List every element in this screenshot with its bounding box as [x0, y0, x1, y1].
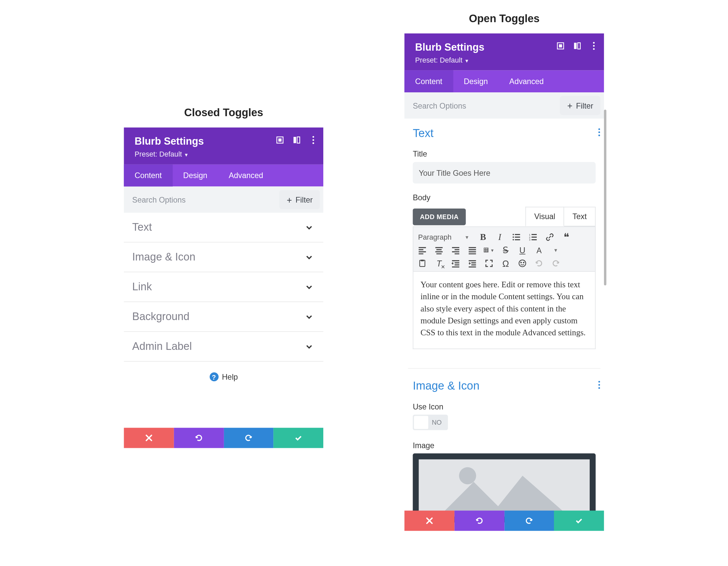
- svg-point-16: [598, 135, 600, 136]
- tab-design[interactable]: Design: [453, 70, 499, 92]
- svg-point-62: [459, 467, 476, 484]
- help-link[interactable]: ? Help: [124, 362, 323, 392]
- plus-icon: +: [287, 195, 292, 204]
- toggle-link[interactable]: Link: [124, 272, 323, 302]
- svg-point-19: [513, 236, 514, 238]
- svg-point-11: [593, 42, 595, 44]
- title-label: Title: [413, 150, 596, 159]
- text-color-icon[interactable]: A: [534, 245, 544, 256]
- quote-icon[interactable]: ❝: [561, 232, 572, 242]
- svg-rect-36: [436, 253, 442, 254]
- svg-rect-40: [455, 253, 459, 254]
- number-list-icon[interactable]: 123: [528, 232, 538, 242]
- filter-button[interactable]: +Filter: [560, 96, 601, 115]
- tab-design[interactable]: Design: [172, 165, 218, 187]
- svg-rect-9: [574, 43, 577, 49]
- expand-icon[interactable]: [276, 136, 284, 146]
- preset-selector[interactable]: Preset: Default ▼: [135, 150, 313, 159]
- emoji-icon[interactable]: [517, 258, 527, 268]
- svg-rect-45: [484, 248, 488, 252]
- panel-header[interactable]: Blurb Settings Preset: Default ▼: [124, 127, 323, 165]
- add-media-button[interactable]: ADD MEDIA: [413, 208, 466, 225]
- align-center-icon[interactable]: [433, 245, 444, 256]
- special-char-icon[interactable]: Ω: [500, 258, 511, 268]
- align-right-icon[interactable]: [450, 245, 461, 256]
- cancel-button[interactable]: [124, 428, 174, 448]
- fullscreen-icon[interactable]: [484, 258, 494, 268]
- redo-button[interactable]: [504, 511, 554, 531]
- undo-button[interactable]: [454, 511, 504, 531]
- svg-rect-39: [452, 251, 459, 252]
- toggle-background[interactable]: Background: [124, 302, 323, 332]
- undo-editor-icon[interactable]: [534, 258, 544, 268]
- snap-icon[interactable]: [573, 42, 581, 52]
- svg-point-21: [513, 239, 514, 240]
- plus-icon: +: [567, 101, 572, 110]
- help-icon: ?: [209, 372, 218, 381]
- undo-button[interactable]: [174, 428, 224, 448]
- svg-point-13: [593, 48, 595, 50]
- caret-down-icon: ▼: [184, 153, 189, 158]
- tab-advanced[interactable]: Advanced: [499, 70, 555, 92]
- align-justify-icon[interactable]: [467, 245, 478, 256]
- svg-rect-38: [455, 249, 459, 250]
- text-color-dropdown-icon[interactable]: ▼: [550, 245, 561, 256]
- svg-rect-50: [455, 264, 459, 265]
- toggle-image-icon[interactable]: Image & Icon: [124, 243, 323, 272]
- visual-tab[interactable]: Visual: [525, 207, 564, 226]
- outdent-icon[interactable]: [450, 258, 461, 268]
- menu-dots-icon[interactable]: [590, 42, 598, 52]
- tab-content[interactable]: Content: [124, 165, 172, 187]
- svg-rect-34: [436, 249, 442, 250]
- format-dropdown[interactable]: Paragraph▼: [417, 232, 472, 242]
- scrollbar[interactable]: [604, 110, 606, 285]
- use-icon-toggle[interactable]: NO: [413, 415, 447, 430]
- tab-content[interactable]: Content: [404, 70, 453, 92]
- editor-toolbar: Paragraph▼ B I 123 ❝ ▼ S̶: [413, 226, 596, 272]
- clear-format-icon[interactable]: T✕: [433, 258, 444, 268]
- section-header-image[interactable]: Image & Icon: [404, 371, 604, 396]
- bold-icon[interactable]: B: [478, 232, 488, 242]
- confirm-button[interactable]: [274, 428, 324, 448]
- redo-button[interactable]: [224, 428, 274, 448]
- toggle-admin-label[interactable]: Admin Label: [124, 332, 323, 362]
- svg-rect-33: [435, 247, 443, 248]
- svg-rect-3: [297, 137, 300, 143]
- section-header-text[interactable]: Text: [404, 118, 604, 144]
- svg-rect-52: [469, 260, 476, 261]
- snap-icon[interactable]: [293, 136, 301, 146]
- panel-header[interactable]: Blurb Settings Preset: Default ▼: [404, 33, 604, 71]
- underline-icon[interactable]: U: [517, 245, 527, 256]
- menu-dots-icon[interactable]: [309, 136, 317, 146]
- section-divider: [408, 368, 600, 369]
- body-editor[interactable]: Your content goes here. Edit or remove t…: [413, 272, 596, 349]
- svg-point-60: [598, 384, 600, 386]
- toggle-knob: [414, 416, 428, 429]
- align-left-icon[interactable]: [417, 245, 428, 256]
- text-tab[interactable]: Text: [564, 207, 596, 226]
- svg-point-5: [312, 139, 314, 141]
- table-icon[interactable]: ▼: [484, 245, 494, 256]
- search-input[interactable]: [404, 92, 557, 118]
- filter-button[interactable]: +Filter: [280, 190, 320, 209]
- tab-advanced[interactable]: Advanced: [218, 165, 274, 187]
- bullet-list-icon[interactable]: [511, 232, 522, 242]
- section-menu-icon[interactable]: [598, 128, 600, 139]
- preset-selector[interactable]: Preset: Default ▼: [415, 56, 593, 64]
- tab-bar: Content Design Advanced: [124, 165, 323, 187]
- svg-rect-29: [419, 247, 426, 248]
- toggle-text[interactable]: Text: [124, 213, 323, 243]
- indent-icon[interactable]: [467, 258, 478, 268]
- strikethrough-icon[interactable]: S̶: [500, 245, 511, 256]
- section-menu-icon[interactable]: [598, 381, 600, 391]
- image-placeholder-icon: [419, 459, 590, 517]
- italic-icon[interactable]: I: [494, 232, 505, 242]
- paste-icon[interactable]: [417, 258, 428, 268]
- search-input[interactable]: [124, 186, 276, 212]
- expand-icon[interactable]: [556, 42, 565, 52]
- cancel-button[interactable]: [404, 511, 454, 531]
- title-input[interactable]: [413, 162, 596, 184]
- redo-editor-icon[interactable]: [550, 258, 561, 268]
- confirm-button[interactable]: [554, 511, 604, 531]
- link-icon[interactable]: [544, 232, 555, 242]
